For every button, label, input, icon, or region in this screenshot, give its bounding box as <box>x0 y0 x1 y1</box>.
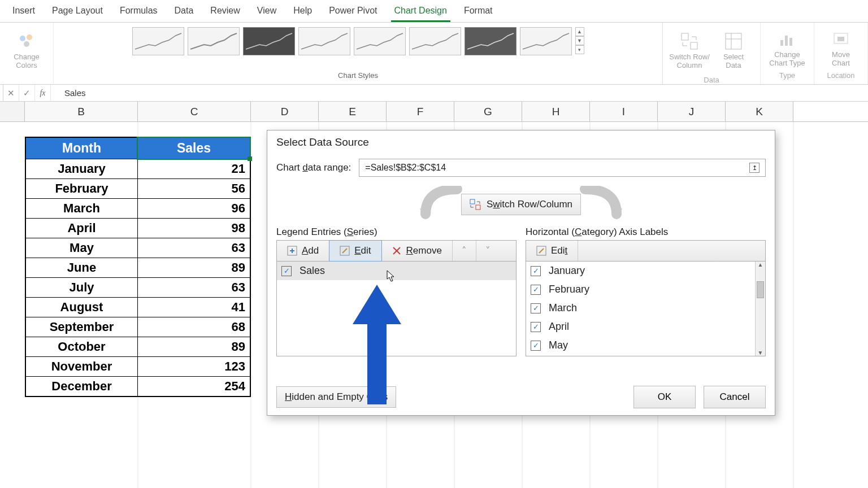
table-row[interactable]: August41 <box>26 297 250 317</box>
ok-button[interactable]: OK <box>633 386 696 408</box>
gallery-scroll[interactable]: ▲ ▼ ▾ <box>575 27 584 54</box>
chart-style-6[interactable] <box>409 27 461 55</box>
category-checkbox[interactable]: ✓ <box>531 285 541 295</box>
change-colors-button[interactable]: Change Colors <box>5 25 49 76</box>
cell-sales[interactable]: 89 <box>138 258 250 277</box>
table-row[interactable]: September68 <box>26 317 250 337</box>
table-row[interactable]: October89 <box>26 337 250 356</box>
col-header-E[interactable]: E <box>319 102 387 121</box>
range-picker-icon[interactable]: ↥ <box>749 163 760 173</box>
tab-chart-design[interactable]: Chart Design <box>391 2 450 22</box>
cell-month[interactable]: December <box>26 376 138 396</box>
col-header-F[interactable]: F <box>387 102 454 121</box>
scroll-down-icon[interactable]: ▼ <box>575 36 584 45</box>
category-item[interactable]: ✓January <box>526 262 765 280</box>
formula-input[interactable]: Sales <box>51 88 868 98</box>
accept-formula-icon[interactable]: ✓ <box>19 85 35 101</box>
edit-series-button[interactable]: Edit <box>329 240 381 262</box>
table-row[interactable]: December254 <box>26 376 250 396</box>
header-month[interactable]: Month <box>26 138 138 159</box>
select-data-button[interactable]: Select Data <box>711 25 756 76</box>
header-sales[interactable]: Sales <box>138 138 250 159</box>
tab-review[interactable]: Review <box>207 2 243 22</box>
cell-sales[interactable]: 21 <box>138 159 250 178</box>
chart-style-1[interactable] <box>132 27 184 55</box>
cell-month[interactable]: February <box>26 178 138 198</box>
switch-row-column-dialog-button[interactable]: Switch Row/Column <box>461 194 581 215</box>
tab-help[interactable]: Help <box>290 2 315 22</box>
col-header-I[interactable]: I <box>590 102 658 121</box>
cell-sales[interactable]: 56 <box>138 178 250 198</box>
series-item[interactable]: ✓ Sales <box>277 262 516 280</box>
cell-sales[interactable]: 63 <box>138 277 250 297</box>
cell-month[interactable]: November <box>26 356 138 376</box>
cell-month[interactable]: January <box>26 159 138 178</box>
chart-data-range-input[interactable]: =Sales!$B$2:$C$14 ↥ <box>359 159 766 177</box>
category-checkbox[interactable]: ✓ <box>531 322 541 332</box>
fill-handle[interactable] <box>248 156 252 161</box>
cell-month[interactable]: June <box>26 258 138 277</box>
col-header-K[interactable]: K <box>726 102 793 121</box>
scroll-more-icon[interactable]: ▾ <box>575 45 584 54</box>
chart-style-2[interactable] <box>188 27 240 55</box>
switch-row-column-button[interactable]: Switch Row/ Column <box>667 25 711 76</box>
tab-view[interactable]: View <box>254 2 280 22</box>
chart-style-7[interactable] <box>465 27 517 55</box>
tab-insert[interactable]: Insert <box>9 2 38 22</box>
category-scrollbar[interactable]: ▲ ▼ <box>755 262 765 356</box>
table-row[interactable]: February56 <box>26 178 250 198</box>
tab-formulas[interactable]: Formulas <box>116 2 161 22</box>
chart-style-8[interactable] <box>520 27 572 55</box>
table-row[interactable]: November123 <box>26 356 250 376</box>
move-series-down-button[interactable]: ˅ <box>476 241 500 261</box>
cell-month[interactable]: April <box>26 218 138 238</box>
col-header-H[interactable]: H <box>522 102 590 121</box>
col-header-C[interactable]: C <box>138 102 251 121</box>
cell-month[interactable]: July <box>26 277 138 297</box>
cell-sales[interactable]: 96 <box>138 198 250 218</box>
fx-icon[interactable]: fx <box>35 85 51 101</box>
cancel-button[interactable]: Cancel <box>704 386 766 408</box>
cell-month[interactable]: March <box>26 198 138 218</box>
col-header-G[interactable]: G <box>454 102 522 121</box>
chart-style-5[interactable] <box>354 27 406 55</box>
col-header-D[interactable]: D <box>251 102 319 121</box>
cell-sales[interactable]: 98 <box>138 218 250 238</box>
cell-sales[interactable]: 254 <box>138 376 250 396</box>
table-row[interactable]: June89 <box>26 258 250 277</box>
category-checkbox[interactable]: ✓ <box>531 303 541 313</box>
col-header-B[interactable]: B <box>25 102 138 121</box>
chart-styles-gallery[interactable]: ▲ ▼ ▾ <box>132 25 584 55</box>
change-chart-type-button[interactable]: Change Chart Type <box>765 25 809 71</box>
cell-month[interactable]: September <box>26 317 138 337</box>
col-header-J[interactable]: J <box>658 102 726 121</box>
cell-sales[interactable]: 68 <box>138 317 250 337</box>
edit-axis-labels-button[interactable]: Edit <box>526 241 578 261</box>
table-row[interactable]: July63 <box>26 277 250 297</box>
category-checkbox[interactable]: ✓ <box>531 266 541 276</box>
category-item[interactable]: ✓April <box>526 317 765 336</box>
tab-page-layout[interactable]: Page Layout <box>49 2 106 22</box>
scroll-up-icon[interactable]: ▲ <box>758 262 763 268</box>
scroll-down-icon[interactable]: ▼ <box>758 350 763 356</box>
category-item[interactable]: ✓February <box>526 280 765 299</box>
cell-month[interactable]: August <box>26 297 138 317</box>
chart-style-3[interactable] <box>243 27 295 55</box>
category-list[interactable]: ✓January✓February✓March✓April✓May ▲ ▼ <box>526 262 766 356</box>
cell-sales[interactable]: 123 <box>138 356 250 376</box>
cancel-formula-icon[interactable]: ✕ <box>3 85 19 101</box>
cell-month[interactable]: May <box>26 238 138 258</box>
select-all-corner[interactable] <box>0 102 25 121</box>
cell-sales[interactable]: 41 <box>138 297 250 317</box>
cell-month[interactable]: October <box>26 337 138 356</box>
move-series-up-button[interactable]: ˄ <box>453 241 476 261</box>
chart-style-4[interactable] <box>298 27 350 55</box>
series-checkbox[interactable]: ✓ <box>281 266 292 276</box>
category-item[interactable]: ✓March <box>526 299 765 317</box>
category-checkbox[interactable]: ✓ <box>531 341 541 351</box>
cell-sales[interactable]: 63 <box>138 238 250 258</box>
tab-power-pivot[interactable]: Power Pivot <box>326 2 380 22</box>
table-row[interactable]: April98 <box>26 218 250 238</box>
table-row[interactable]: March96 <box>26 198 250 218</box>
remove-series-button[interactable]: Remove <box>381 241 453 261</box>
